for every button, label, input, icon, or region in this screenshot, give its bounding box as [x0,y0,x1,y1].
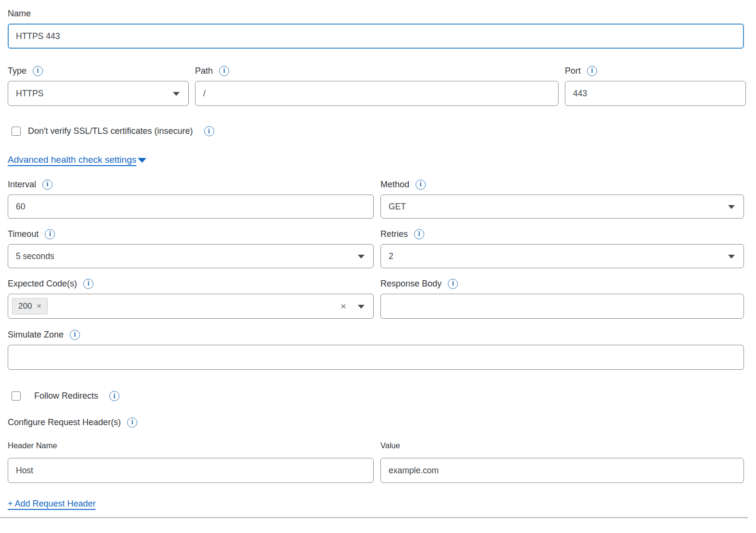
response-body-label: Response Body [380,278,442,289]
timeout-select[interactable]: 5 seconds [8,244,374,268]
add-request-header-link[interactable]: + Add Request Header [8,499,96,509]
timeout-field: Timeout i 5 seconds [8,228,374,268]
type-select[interactable]: HTTPS [8,81,189,106]
ssl-verify-info-icon[interactable]: i [204,126,214,136]
header-value-label: Value [380,441,744,450]
response-body-input[interactable] [380,294,744,319]
advanced-settings-link[interactable]: Advanced health check settings [8,155,146,165]
header-value-input[interactable] [380,458,744,483]
path-label: Path [195,65,213,77]
request-headers-label: Configure Request Header(s) [8,416,121,428]
chevron-down-icon [358,255,365,259]
ssl-verify-checkbox[interactable] [12,127,21,136]
add-request-header-label: + Add Request Header [8,499,96,509]
interval-field: Interval i [8,179,374,219]
simulate-zone-label: Simulate Zone [8,329,64,340]
ssl-verify-label: Don't verify SSL/TLS certificates (insec… [28,126,193,136]
interval-info-icon[interactable]: i [42,180,52,190]
interval-input[interactable] [8,195,374,219]
chevron-down-icon [728,255,735,259]
follow-redirects-label: Follow Redirects [34,391,98,401]
expected-codes-multiselect[interactable]: 200 × × [8,294,374,319]
request-header-row: Header Name Value [8,441,744,483]
method-label: Method [380,179,409,190]
timeout-select-value: 5 seconds [16,251,54,261]
type-info-icon[interactable]: i [33,66,43,76]
path-input[interactable] [195,81,559,106]
path-info-icon[interactable]: i [219,66,229,76]
expected-codes-field: Expected Code(s) i 200 × × [8,278,374,319]
follow-redirects-info-icon[interactable]: i [109,391,119,401]
retries-select[interactable]: 2 [380,244,744,268]
simulate-zone-info-icon[interactable]: i [70,330,80,340]
response-body-info-icon[interactable]: i [448,279,458,289]
expected-codes-label: Expected Code(s) [8,278,77,289]
interval-label: Interval [8,179,36,190]
simulate-zone-field: Simulate Zone i [8,329,744,370]
chevron-down-icon [728,205,735,209]
timeout-label: Timeout [8,228,39,240]
tag-remove-icon[interactable]: × [37,302,41,311]
expected-codes-info-icon[interactable]: i [83,279,93,289]
type-field: Type i HTTPS [8,65,189,106]
port-input[interactable] [565,81,746,106]
port-label: Port [565,65,581,77]
section-divider [0,517,748,518]
advanced-settings-link-label: Advanced health check settings [8,155,136,165]
name-label: Name [8,8,31,19]
method-field: Method i GET [380,179,744,219]
header-name-field: Header Name [8,441,374,483]
retries-field: Retries i 2 [380,228,744,268]
chevron-down-icon [138,158,146,163]
path-field: Path i [195,65,559,106]
retries-select-value: 2 [389,251,393,261]
port-info-icon[interactable]: i [587,66,597,76]
timeout-info-icon[interactable]: i [45,229,55,239]
header-name-label: Header Name [8,441,374,450]
simulate-zone-input[interactable] [8,345,744,370]
chevron-down-icon [358,305,365,309]
method-select[interactable]: GET [380,195,744,219]
retries-label: Retries [380,228,408,240]
method-info-icon[interactable]: i [416,180,426,190]
follow-redirects-checkbox[interactable] [12,391,21,401]
clear-all-icon[interactable]: × [340,301,346,311]
method-select-value: GET [389,202,406,212]
header-name-input[interactable] [8,458,374,483]
chevron-down-icon [173,92,180,96]
port-field: Port i [565,65,746,106]
name-input[interactable] [8,24,744,49]
expected-code-tag: 200 × [12,298,48,314]
header-value-field: Value [380,441,744,483]
type-select-value: HTTPS [16,89,43,99]
health-check-form: Name Type i HTTPS Path i Port i [0,0,756,518]
response-body-field: Response Body i [380,278,744,319]
retries-info-icon[interactable]: i [414,229,424,239]
type-label: Type [8,65,26,77]
expected-code-tag-value: 200 [18,301,32,311]
request-headers-info-icon[interactable]: i [127,417,137,428]
